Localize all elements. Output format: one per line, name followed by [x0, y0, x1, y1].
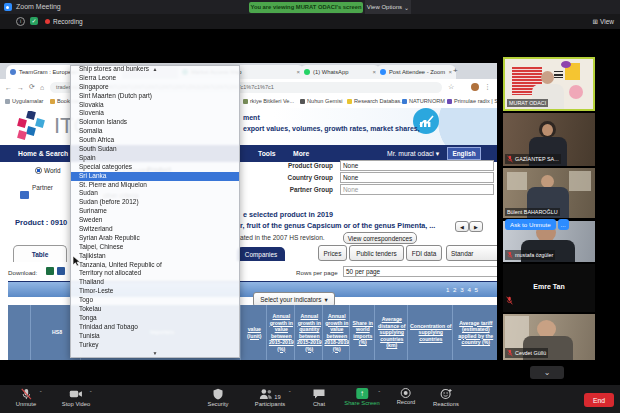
product-prev-button[interactable]: ◀ — [455, 221, 469, 232]
share-screen-button[interactable]: ↑ Share Screen ˆ — [344, 388, 379, 406]
view-button[interactable]: ⊞View — [593, 18, 614, 26]
caret-up-icon[interactable]: ˆ — [378, 390, 380, 396]
prices-button[interactable]: Prices — [318, 245, 347, 261]
nav-home-search[interactable]: Home & Search — [18, 150, 68, 157]
home-icon[interactable]: ⌂ — [40, 84, 44, 91]
view-correspondences-button[interactable]: View correspondences — [343, 232, 417, 244]
dropdown-option[interactable]: St. Pierre and Miquelon — [71, 181, 239, 190]
dropdown-option[interactable]: Tajikistan — [71, 252, 239, 261]
dropdown-option[interactable]: Togo — [71, 296, 239, 305]
criteria-grid-icon[interactable] — [20, 191, 29, 199]
public-tenders-button[interactable]: Public tenders — [349, 245, 404, 261]
fdi-data-button[interactable]: FDI data — [406, 245, 442, 261]
standards-button[interactable]: Standar — [446, 245, 497, 261]
dropdown-option[interactable]: Sierra Leone — [71, 74, 239, 83]
col-average-tariff[interactable]: Average tariff (estimated) applied by th… — [452, 305, 497, 360]
dropdown-option[interactable]: Tunisia — [71, 332, 239, 341]
nav-more[interactable]: More — [293, 150, 309, 157]
close-icon[interactable]: × — [448, 69, 452, 75]
ask-to-unmute-button[interactable]: Ask to Unmute — [505, 219, 556, 230]
browser-menu-icon[interactable]: ⋮ — [484, 83, 491, 91]
dropdown-option[interactable]: Sudan — [71, 189, 239, 198]
dropdown-option[interactable]: Special categories — [71, 163, 239, 172]
nav-language-select[interactable]: English — [447, 147, 481, 160]
security-shield-icon[interactable]: ✓ — [30, 17, 38, 25]
col-average-distance[interactable]: Average distance of supplying countries … — [374, 305, 410, 360]
bookmark-star-icon[interactable]: ☆ — [448, 83, 454, 91]
dropdown-option[interactable]: Singapore — [71, 83, 239, 92]
participant-tile-cevdet[interactable]: Cevdet Güllü — [503, 314, 595, 360]
more-options-button[interactable]: ... — [558, 219, 569, 230]
country-group-input[interactable]: None — [340, 172, 494, 183]
participants-scroll-down-button[interactable]: ⌄ — [530, 366, 564, 379]
dropdown-option[interactable]: Solomon Islands — [71, 118, 239, 127]
word-icon[interactable] — [57, 267, 65, 275]
dropdown-option[interactable]: Somalia — [71, 127, 239, 136]
scroll-up-icon[interactable]: ▲ — [71, 67, 239, 72]
col-growth-value-2015-2019[interactable]: Annual growth in value between 2015-2019… — [266, 305, 297, 360]
caret-up-icon[interactable]: ˆ — [90, 390, 92, 396]
dropdown-option[interactable]: Tonga — [71, 314, 239, 323]
browser-tab-zoom[interactable]: Post Attendee - Zoom× — [376, 65, 456, 79]
chat-button[interactable]: Chat — [313, 388, 326, 407]
dropdown-option[interactable]: Slovenia — [71, 109, 239, 118]
new-tab-button[interactable]: + — [453, 66, 458, 75]
dropdown-option[interactable]: Timor-Leste — [71, 287, 239, 296]
bookmark-item[interactable]: Primulae radix | S... — [447, 98, 497, 104]
nav-user-menu[interactable]: Mr. murat odaci ▾ — [387, 150, 439, 158]
dropdown-option[interactable]: Suriname — [71, 207, 239, 216]
record-button[interactable]: Record — [397, 388, 416, 405]
dropdown-option[interactable]: Turkey — [71, 341, 239, 350]
back-icon[interactable]: ← — [5, 84, 12, 91]
dropdown-option[interactable]: Syrian Arab Republic — [71, 234, 239, 243]
stop-video-button[interactable]: Stop Video ˆ — [62, 388, 90, 407]
bookmark-item[interactable]: Nuhun Gemisi — [300, 98, 342, 104]
scroll-down-icon[interactable]: ▼ — [71, 351, 239, 356]
dropdown-option[interactable]: Taipei, Chinese — [71, 243, 239, 252]
reactions-button[interactable]: Reactions — [433, 388, 459, 407]
caret-up-icon[interactable]: ˆ — [289, 390, 291, 396]
participants-button[interactable]: 19 Participants ˆ — [255, 388, 285, 407]
unmute-button[interactable]: Unmute ˆ — [16, 388, 36, 407]
participant-tile-murat-odaci[interactable]: MURAT ODACI — [503, 57, 595, 111]
view-options-button[interactable]: View Options⌄ — [365, 0, 411, 14]
col-growth-value-2018-2019[interactable]: Annual growth in value between 2018-2019… — [322, 305, 352, 360]
tab-table[interactable]: Table — [13, 245, 67, 262]
pagination[interactable]: 1 2 3 4 5 — [446, 286, 479, 293]
col-unit-value[interactable]: value (/unit) — [240, 305, 269, 360]
dropdown-option[interactable]: Spain — [71, 154, 239, 163]
info-icon[interactable]: i — [16, 17, 25, 26]
nav-tools[interactable]: Tools — [258, 150, 276, 157]
browser-tab-whatsapp[interactable]: (1) WhatsApp× — [300, 65, 380, 79]
participant-tile-emre[interactable]: Emre Tan — [503, 264, 595, 312]
dropdown-option[interactable]: Trinidad and Tobago — [71, 323, 239, 332]
forward-icon[interactable]: → — [17, 84, 24, 91]
product-group-input[interactable]: None — [340, 160, 494, 171]
dropdown-option[interactable]: Sudan (before 2012) — [71, 198, 239, 207]
bookmark-item[interactable]: Uygulamalar — [5, 98, 43, 104]
participant-tile-bulent[interactable]: Bülent BAHAROĞLU — [503, 168, 595, 218]
dropdown-option[interactable]: South Sudan — [71, 145, 239, 154]
dropdown-option[interactable]: Tanzania, United Republic of — [71, 261, 239, 270]
excel-icon[interactable] — [46, 267, 54, 275]
tab-companies[interactable]: Companies — [237, 247, 285, 261]
rows-per-page-select[interactable]: 50 per page — [343, 266, 497, 277]
col-growth-qty-2015-2019[interactable]: Annual growth in quantity between 2015-2… — [294, 305, 325, 360]
product-next-button[interactable]: ▶ — [469, 221, 483, 232]
dropdown-option[interactable]: Switzerland — [71, 225, 239, 234]
col-concentration[interactable]: Concentration of supplying countries — [407, 305, 455, 360]
dropdown-option[interactable]: Sint Maarten (Dutch part) — [71, 92, 239, 101]
bookmark-item[interactable]: rkiye Bitkileri Ve... — [243, 98, 294, 104]
dropdown-option[interactable]: Slovakia — [71, 101, 239, 110]
security-button[interactable]: Security — [208, 388, 229, 407]
dropdown-option[interactable]: Thailand — [71, 278, 239, 287]
dropdown-option-selected[interactable]: Sri Lanka — [71, 172, 239, 181]
partner-group-input[interactable]: None — [340, 184, 494, 195]
bookmark-item[interactable]: Research Databas... — [347, 98, 405, 104]
end-meeting-button[interactable]: End — [584, 393, 614, 407]
caret-up-icon[interactable]: ˆ — [40, 390, 42, 396]
reload-icon[interactable]: ⟳ — [29, 83, 35, 91]
bookmark-item[interactable]: NATURNORM — [402, 98, 445, 104]
participant-tile-gaziantep[interactable]: GAZİANTEP SA... — [503, 113, 595, 166]
world-radio[interactable]: World — [35, 167, 61, 174]
